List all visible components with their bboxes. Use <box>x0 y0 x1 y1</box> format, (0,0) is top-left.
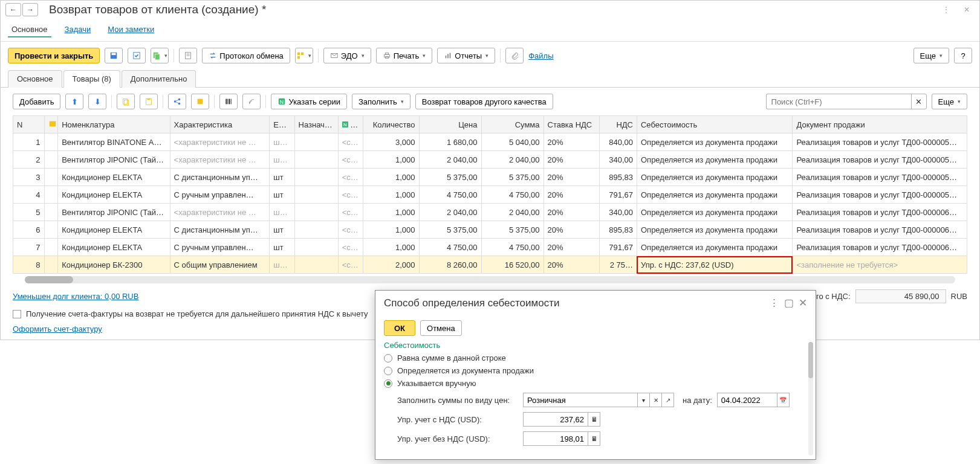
table-row[interactable]: 7Кондиционер ELEKTAС ручным управлен…шт<… <box>13 239 967 256</box>
edo-button[interactable]: ЭДО▾ <box>323 48 371 63</box>
popup-cancel-button[interactable]: Отмена <box>420 320 462 336</box>
copy-rows-button[interactable] <box>117 94 135 109</box>
page-title: Возврат товаров от клиента (создание) * <box>49 3 266 16</box>
invoice-checkbox[interactable] <box>13 310 21 318</box>
more-button[interactable]: Еще▾ <box>913 48 949 63</box>
paste-rows-button[interactable] <box>140 94 158 109</box>
svg-rect-15 <box>446 56 447 58</box>
svg-rect-16 <box>447 54 449 58</box>
popup-maximize-icon[interactable]: ▢ <box>784 297 794 309</box>
svg-point-23 <box>178 98 181 101</box>
svg-rect-21 <box>148 98 151 100</box>
subtab-main[interactable]: Основное <box>8 70 62 88</box>
svg-rect-33 <box>49 121 56 126</box>
svg-text:N: N <box>280 99 284 105</box>
col-qty[interactable]: Количество <box>363 116 419 134</box>
table-row[interactable]: 3Кондиционер ELEKTAС дистанционным уп…шт… <box>13 169 967 186</box>
popup-ok-button[interactable]: ОК <box>384 320 415 336</box>
toolbar2-more-label: Еще <box>938 97 954 106</box>
subtab-extra[interactable]: Дополнительно <box>122 70 196 88</box>
exchange-protocol-button[interactable]: Протокол обмена <box>202 48 290 63</box>
svg-rect-10 <box>297 56 300 59</box>
based-on-button[interactable]: ▾ <box>151 48 169 63</box>
tab-main[interactable]: Основное <box>8 22 51 37</box>
return-quality-button[interactable]: Возврат товаров другого качества <box>415 94 553 109</box>
menu-dots-icon[interactable]: ⋮ <box>938 3 954 16</box>
horizontal-scrollbar[interactable] <box>25 276 955 283</box>
edo-label: ЭДО <box>341 51 358 60</box>
fill-button[interactable]: Заполнить▾ <box>352 94 410 109</box>
post-close-button[interactable]: Провести и закрыть <box>8 48 100 63</box>
tab-notes[interactable]: Мои заметки <box>104 22 158 37</box>
add-button[interactable]: Добавить <box>13 94 60 109</box>
svg-point-22 <box>174 100 177 103</box>
goods-table: N Номенклатура Характеристика Е… Назнач…… <box>13 115 967 274</box>
col-ser[interactable]: N С… <box>338 116 363 134</box>
exchange-protocol-label: Протокол обмена <box>219 51 284 60</box>
col-sum[interactable]: Сумма <box>481 116 544 134</box>
move-down-button[interactable]: ⬇ <box>88 94 106 109</box>
col-nom[interactable]: Номенклатура <box>58 116 170 134</box>
attach-button[interactable] <box>505 48 524 63</box>
forward-button[interactable]: → <box>22 3 38 16</box>
reports-label: Отчеты <box>455 51 482 60</box>
popup-title: Способ определения себестоимости <box>384 297 559 309</box>
col-cost[interactable]: Себестоимость <box>637 116 793 134</box>
svg-rect-8 <box>297 53 300 55</box>
share-button[interactable] <box>168 94 186 109</box>
svg-rect-9 <box>301 53 303 55</box>
help-button[interactable]: ? <box>954 48 972 63</box>
table-row[interactable]: 1Вентилятор BINATONE А…<характеристики н… <box>13 134 967 151</box>
files-link[interactable]: Файлы <box>528 51 553 60</box>
fill-label: Заполнить <box>359 97 397 106</box>
barcode-button[interactable] <box>219 94 238 109</box>
create-invoice-link[interactable]: Оформить счет-фактуру <box>13 324 102 334</box>
post-button[interactable] <box>128 48 146 63</box>
close-icon[interactable]: ✕ <box>959 3 975 16</box>
invoice-checkbox-label: Получение счета-фактуры на возврат не тр… <box>26 309 368 318</box>
move-up-button[interactable]: ⬆ <box>65 94 83 109</box>
svg-text:N: N <box>343 122 347 127</box>
table-row[interactable]: 5Вентилятор JIPONIC (Тай…<характеристики… <box>13 204 967 221</box>
search-clear-button[interactable]: ✕ <box>911 94 927 109</box>
svg-rect-17 <box>450 53 451 59</box>
svg-rect-25 <box>198 99 203 105</box>
col-doc[interactable]: Документ продажи <box>793 116 967 134</box>
more-label: Еще <box>920 51 936 60</box>
save-button[interactable] <box>105 48 123 63</box>
debt-link[interactable]: Уменьшен долг клиента: 0,00 RUB <box>13 292 138 301</box>
popup-menu-icon[interactable]: ⋮ <box>769 297 779 309</box>
document-icon-button[interactable] <box>179 48 197 63</box>
total-value: 45 890,00 <box>855 289 946 303</box>
search-input[interactable] <box>766 94 911 109</box>
table-row[interactable]: 8Кондиционер БК-2300С общим управлениемш… <box>13 256 967 274</box>
col-char[interactable]: Характеристика <box>170 116 270 134</box>
table-row[interactable]: 2Вентилятор JIPONIC (Тай…<характеристики… <box>13 151 967 169</box>
svg-rect-4 <box>155 54 160 60</box>
back-button[interactable]: ← <box>5 3 21 16</box>
subtab-goods[interactable]: Товары (8) <box>63 70 120 88</box>
col-n[interactable]: N <box>13 116 45 134</box>
col-vat[interactable]: НДС <box>600 116 637 134</box>
col-purpose[interactable]: Назнач… <box>294 116 338 134</box>
reports-button[interactable]: Отчеты▾ <box>437 48 495 63</box>
toolbar2-more-button[interactable]: Еще▾ <box>932 94 967 109</box>
svg-rect-1 <box>112 53 116 56</box>
col-unit[interactable]: Е… <box>270 116 294 134</box>
rfid-button[interactable] <box>242 94 261 109</box>
print-label: Печать <box>394 51 420 60</box>
print-button[interactable]: Печать▾ <box>376 48 433 63</box>
col-pict[interactable] <box>44 116 58 134</box>
popup-close-icon[interactable]: ✕ <box>799 297 807 309</box>
svg-rect-13 <box>385 53 388 55</box>
table-row[interactable]: 4Кондиционер ELEKTAС ручным управлен…шт<… <box>13 186 967 204</box>
series-button[interactable]: NУказать серии <box>271 94 346 109</box>
col-vatrate[interactable]: Ставка НДС <box>544 116 600 134</box>
tab-tasks[interactable]: Задачи <box>61 22 95 37</box>
table-row[interactable]: 6Кондиционер ELEKTAС дистанционным уп…шт… <box>13 221 967 239</box>
svg-point-24 <box>178 103 181 105</box>
import-button[interactable] <box>191 94 209 109</box>
structure-button[interactable]: ▾ <box>295 48 313 63</box>
cost-method-popup: Способ определения себестоимости ⋮ ▢ ✕ О… <box>375 290 816 340</box>
col-price[interactable]: Цена <box>419 116 481 134</box>
